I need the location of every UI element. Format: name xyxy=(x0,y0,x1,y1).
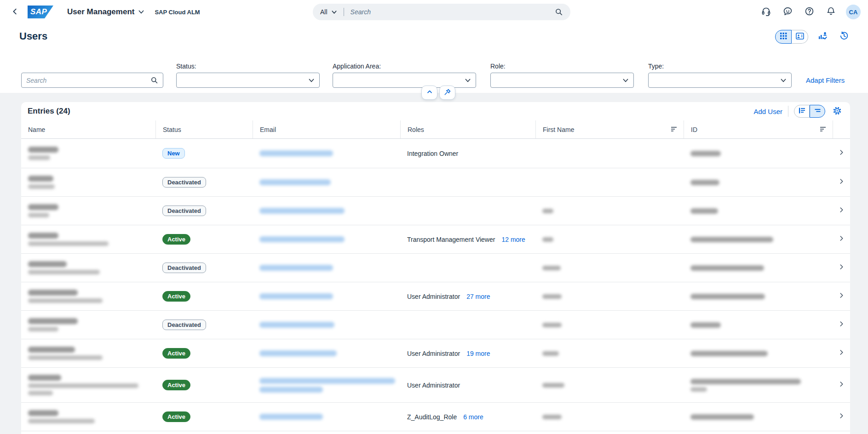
type-filter-select[interactable] xyxy=(648,73,792,88)
name-cell xyxy=(21,168,155,196)
search-scope-select[interactable]: All xyxy=(320,8,328,16)
app-title-group[interactable]: User Management SAP Cloud ALM xyxy=(67,7,200,17)
history-button[interactable] xyxy=(838,29,851,44)
redacted-text xyxy=(690,322,721,328)
role-filter-select[interactable] xyxy=(490,73,634,88)
condensed-rows-button[interactable] xyxy=(810,105,825,118)
redacted-first-name xyxy=(542,323,562,327)
app-canvas: SAP User Management SAP Cloud ALM All Se… xyxy=(0,0,868,434)
search-icon[interactable] xyxy=(555,8,563,16)
row-navigation-cell[interactable] xyxy=(833,368,850,402)
collapse-header-button[interactable] xyxy=(421,86,437,100)
email-cell xyxy=(253,197,400,225)
table-row[interactable]: ActiveTransport Management Viewer12 more xyxy=(21,225,850,254)
more-roles-link[interactable]: 12 more xyxy=(501,236,525,243)
redacted-text xyxy=(28,383,138,388)
row-density-switch xyxy=(794,105,825,118)
sort-indicator-icon[interactable] xyxy=(820,126,826,133)
support-button[interactable] xyxy=(759,5,773,19)
redacted-text xyxy=(542,323,562,327)
history-icon xyxy=(839,31,849,42)
back-button[interactable] xyxy=(9,6,21,19)
table-row[interactable]: ActiveUser Administrator xyxy=(21,368,850,403)
row-navigation-cell[interactable] xyxy=(833,168,850,196)
redacted-email xyxy=(259,208,345,214)
column-header-roles[interactable]: Roles xyxy=(400,120,535,138)
shell-search-placeholder: Search xyxy=(351,8,551,16)
status-badge: Active xyxy=(162,234,190,245)
column-header-first-name[interactable]: First Name xyxy=(535,120,684,138)
redacted-text xyxy=(259,236,345,242)
chevron-down-icon xyxy=(138,9,144,15)
table-row[interactable]: Deactivated xyxy=(21,254,850,282)
add-user-button[interactable]: Add User xyxy=(753,108,782,115)
adapt-filters-link[interactable]: Adapt Filters xyxy=(806,76,845,84)
redacted-id xyxy=(690,414,754,420)
first-name-cell xyxy=(535,403,684,431)
more-roles-link[interactable]: 19 more xyxy=(466,350,490,357)
table-row[interactable]: Deactivated xyxy=(21,311,850,339)
sap-logo[interactable]: SAP xyxy=(28,6,53,18)
table-settings-button[interactable] xyxy=(831,104,844,119)
column-header-id[interactable]: ID xyxy=(684,120,833,138)
redacted-text xyxy=(542,294,562,299)
sort-indicator-icon[interactable] xyxy=(671,126,677,133)
table-row[interactable]: ActiveUser Administrator27 more xyxy=(21,282,850,311)
sap-logo-text: SAP xyxy=(30,7,47,17)
email-cell xyxy=(253,225,400,253)
role-label: Integration Owner xyxy=(407,150,458,157)
help-button[interactable] xyxy=(803,5,816,19)
id-cell xyxy=(684,311,833,339)
chevron-down-icon[interactable] xyxy=(331,9,337,15)
table-row[interactable]: NewIntegration Owner xyxy=(21,139,850,168)
feedback-button[interactable] xyxy=(781,5,794,19)
status-cell: Active xyxy=(155,282,253,310)
filter-label-role: Role: xyxy=(490,63,506,70)
user-table-body: NewIntegration OwnerDeactivatedDeactivat… xyxy=(21,139,850,431)
row-navigation-cell[interactable] xyxy=(833,225,850,253)
email-cell xyxy=(253,403,400,431)
email-cell xyxy=(253,254,400,282)
more-roles-link[interactable]: 27 more xyxy=(466,293,490,300)
filter-search-input[interactable]: Search xyxy=(21,73,163,88)
status-filter-select[interactable] xyxy=(176,73,320,88)
pin-header-button[interactable] xyxy=(439,86,455,100)
redacted-text xyxy=(259,179,331,185)
column-header-name[interactable]: Name xyxy=(21,120,155,138)
roles-cell: Transport Management Viewer12 more xyxy=(400,225,535,253)
first-name-cell xyxy=(535,168,684,196)
table-row[interactable]: Deactivated xyxy=(21,197,850,225)
status-cell: Deactivated xyxy=(155,168,253,196)
status-badge: New xyxy=(162,148,185,159)
redacted-text xyxy=(28,147,58,153)
expanded-rows-button[interactable] xyxy=(794,105,810,118)
redacted-id xyxy=(690,237,773,242)
row-navigation-cell[interactable] xyxy=(833,139,850,168)
row-navigation-cell[interactable] xyxy=(833,339,850,367)
user-avatar[interactable]: CA xyxy=(846,5,861,19)
row-navigation-cell[interactable] xyxy=(833,254,850,282)
sort-settings-button[interactable] xyxy=(816,29,829,44)
row-navigation-cell[interactable] xyxy=(833,311,850,339)
row-navigation-cell[interactable] xyxy=(833,197,850,225)
shell-search-input[interactable]: All Search xyxy=(313,4,570,20)
column-header-email[interactable]: Email xyxy=(253,120,400,138)
search-icon[interactable] xyxy=(150,76,158,84)
notifications-button[interactable] xyxy=(824,5,838,19)
column-header-status[interactable]: Status xyxy=(155,120,253,138)
redacted-text xyxy=(28,233,58,239)
row-navigation-cell[interactable] xyxy=(833,403,850,431)
name-cell xyxy=(21,254,155,282)
redacted-text xyxy=(28,155,50,160)
users-table-card: Entries (24) Add User xyxy=(21,102,850,434)
row-navigation-cell[interactable] xyxy=(833,282,850,310)
card-view-button[interactable] xyxy=(792,30,808,44)
more-roles-link[interactable]: 6 more xyxy=(463,413,483,421)
redacted-id xyxy=(690,322,721,328)
view-switch xyxy=(775,30,808,44)
table-row[interactable]: ActiveZ_AuditLog_Role6 more xyxy=(21,403,850,431)
redacted-email xyxy=(259,322,334,328)
grid-view-button[interactable] xyxy=(775,30,792,44)
table-row[interactable]: Deactivated xyxy=(21,168,850,197)
table-row[interactable]: ActiveUser Administrator19 more xyxy=(21,339,850,368)
